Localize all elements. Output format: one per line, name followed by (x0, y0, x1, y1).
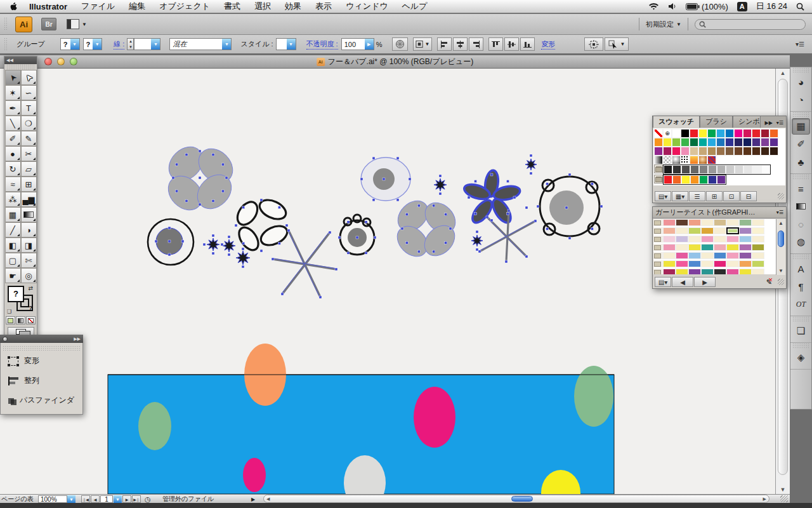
battery-indicator[interactable]: (100%) (686, 2, 728, 11)
library-swatch[interactable] (726, 227, 739, 234)
swatch[interactable] (743, 165, 752, 174)
menu-item[interactable]: 効果 (285, 1, 301, 12)
next-library-button[interactable]: ▶ (694, 277, 716, 287)
dock-grip[interactable] (792, 255, 810, 259)
panel-collapse-icon[interactable]: ▶▶ (74, 337, 81, 342)
library-swatch[interactable] (726, 260, 739, 267)
dock-grip[interactable] (792, 68, 810, 72)
opentype-panel-icon[interactable]: OT (792, 296, 810, 312)
stroke-color-dropdown[interactable]: ? ▼ (83, 38, 103, 50)
swatch[interactable] (743, 138, 752, 147)
library-swatch[interactable] (663, 252, 676, 259)
panel-menu-icon[interactable]: ▾☰ (776, 120, 783, 126)
library-swatch[interactable] (688, 236, 701, 243)
bridge-button[interactable]: Br (41, 18, 56, 30)
artwork-circle-blob[interactable] (361, 157, 410, 201)
library-swatch[interactable] (688, 252, 701, 259)
transparency-panel-icon[interactable]: ◌ (792, 216, 810, 232)
library-swatch[interactable] (676, 219, 688, 226)
free-transform-tool[interactable]: ⊞ (21, 177, 37, 192)
symbols-panel-icon[interactable]: ♣ (792, 154, 810, 170)
swatch[interactable] (769, 138, 778, 147)
opacity-link[interactable]: 不透明度 : (306, 39, 338, 50)
swatch[interactable] (681, 138, 690, 147)
scroll-up-arrow[interactable]: ▲ (778, 70, 787, 76)
library-swatch[interactable] (663, 236, 676, 243)
swatch[interactable] (681, 175, 690, 184)
document-title-bar[interactable]: Ai フー＆バブ.ai* @ 100% (RGB/プレビュー) (0, 55, 790, 69)
swatch[interactable] (734, 147, 743, 156)
menu-item[interactable]: ウィンドウ (346, 1, 388, 12)
swatch[interactable] (769, 147, 778, 156)
library-swatch[interactable] (714, 244, 726, 251)
panel-resize-grip[interactable] (778, 279, 784, 285)
panel-menu-icon[interactable]: ▾☰ (776, 210, 783, 215)
horizontal-scroll-thumb[interactable] (511, 496, 533, 502)
color-group-folder-icon[interactable] (653, 227, 663, 234)
swatch[interactable] (663, 138, 672, 147)
align-to-button[interactable]: ▼ (413, 37, 432, 51)
swatch[interactable] (734, 129, 743, 138)
swatch[interactable] (726, 165, 735, 174)
rotate-tool[interactable]: ↻ (5, 161, 21, 177)
panel-grip[interactable] (2, 346, 81, 351)
swatch[interactable] (690, 138, 698, 147)
swatch[interactable] (761, 138, 769, 147)
swatch[interactable] (654, 147, 663, 156)
dock-grip[interactable] (792, 175, 810, 179)
scroll-down-arrow[interactable]: ▼ (778, 486, 787, 493)
swatch[interactable] (690, 175, 699, 184)
library-swatch[interactable] (726, 252, 739, 259)
color-guide-panel-icon[interactable]: ◔ (792, 91, 810, 108)
library-swatch[interactable] (688, 260, 701, 267)
gradient-mode-button[interactable] (16, 316, 25, 324)
swatch[interactable] (735, 165, 743, 174)
library-swatch[interactable] (688, 244, 701, 251)
swatch[interactable] (743, 147, 752, 156)
swatch[interactable] (717, 175, 726, 184)
last-artboard-button[interactable]: ▶❘ (132, 495, 141, 503)
library-swatch[interactable] (663, 244, 676, 251)
panel-collapse-icon[interactable]: ▶▶ (765, 120, 773, 126)
style-dropdown[interactable]: ▼ (276, 38, 296, 50)
zoom-tool[interactable]: ◎ (21, 268, 37, 283)
search-input[interactable] (695, 19, 806, 30)
swatch[interactable] (681, 129, 690, 138)
swatch[interactable] (761, 147, 769, 156)
library-swatch[interactable] (752, 219, 764, 226)
swatch[interactable] (707, 147, 716, 156)
swatch-libraries-button[interactable]: ▤▾ (655, 191, 671, 201)
library-swatch[interactable] (726, 236, 739, 243)
swatch[interactable]: ⊕ (663, 129, 672, 138)
status-expand-arrow[interactable]: ▶ (251, 495, 255, 503)
swatch[interactable] (708, 175, 717, 184)
library-swatch[interactable] (714, 236, 726, 243)
swatch[interactable] (690, 165, 699, 174)
paragraph-panel-icon[interactable]: ¶ (792, 278, 810, 295)
pencil-tool[interactable]: ✎ (21, 131, 37, 146)
library-swatch[interactable] (688, 227, 701, 234)
swatch[interactable] (761, 165, 770, 174)
library-scroll-thumb[interactable] (778, 231, 784, 247)
selection-tool[interactable]: ➤ (5, 70, 21, 85)
library-swatch[interactable] (676, 252, 688, 259)
new-color-group-button[interactable]: ⊞ (706, 191, 723, 201)
scroll-right-arrow[interactable]: ▶ (763, 497, 766, 502)
swatch[interactable] (707, 138, 716, 147)
library-swatch[interactable] (752, 236, 764, 243)
library-swatch[interactable] (688, 219, 701, 226)
minimize-window-button[interactable] (57, 58, 65, 65)
brushes-panel-icon[interactable]: ✐ (792, 136, 810, 152)
swatch[interactable] (664, 165, 672, 174)
menu-item[interactable]: 書式 (224, 1, 240, 12)
eyedropper-tool[interactable]: ╱ (5, 222, 21, 237)
swatch[interactable] (690, 129, 698, 138)
swatch[interactable] (769, 129, 778, 138)
live-paint-bucket-tool[interactable]: ◧ (5, 237, 21, 253)
library-swatch[interactable] (739, 244, 752, 251)
swatch[interactable] (681, 165, 690, 174)
align-right-button[interactable] (469, 37, 483, 51)
library-swatch[interactable] (739, 269, 752, 274)
hand-tool[interactable]: ☛ (5, 268, 21, 283)
swatch[interactable] (672, 175, 681, 184)
